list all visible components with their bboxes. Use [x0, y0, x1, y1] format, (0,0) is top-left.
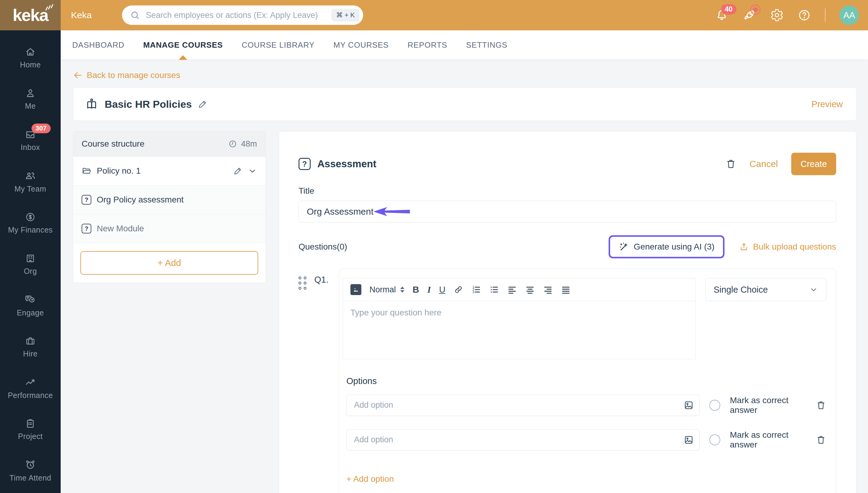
- bullet-list-icon: [489, 285, 499, 295]
- edit-course-title-button[interactable]: [198, 99, 207, 109]
- add-option-button[interactable]: + Add option: [343, 474, 394, 484]
- user-avatar[interactable]: AA: [840, 5, 859, 25]
- question-type-dropdown[interactable]: Single Choice: [705, 278, 826, 301]
- option-image-button[interactable]: [683, 434, 694, 445]
- back-link[interactable]: Back to manage courses: [73, 70, 180, 80]
- align-center-button[interactable]: [525, 285, 535, 295]
- question-text-area[interactable]: Type your question here: [343, 301, 696, 359]
- bulk-upload-button[interactable]: Bulk upload questions: [739, 242, 836, 252]
- underline-button[interactable]: U: [439, 285, 445, 295]
- logo-spark-icon: [45, 3, 54, 11]
- tab-reports[interactable]: REPORTS: [407, 30, 447, 60]
- sidebar-item-home[interactable]: Home: [0, 37, 61, 78]
- link-button[interactable]: [453, 285, 463, 295]
- tab-dashboard[interactable]: DASHBOARD: [72, 30, 125, 60]
- italic-button[interactable]: I: [427, 284, 431, 295]
- question-editor: Normal B I U 123: [343, 278, 696, 359]
- option-input[interactable]: [347, 429, 699, 450]
- collapse-module-button[interactable]: [248, 166, 257, 175]
- title-field-label: Title: [298, 186, 836, 196]
- create-button[interactable]: Create: [791, 153, 836, 175]
- sidebar-item-inbox[interactable]: 307 Inbox: [0, 120, 61, 161]
- justify-button[interactable]: [561, 285, 571, 295]
- trend-icon: [25, 377, 36, 388]
- notifications-button[interactable]: 40: [715, 8, 729, 22]
- sidebar-item-my-team[interactable]: My Team: [0, 161, 61, 202]
- structure-item-policy[interactable]: Policy no. 1: [73, 156, 265, 185]
- image-icon: [683, 400, 694, 411]
- avatar-initials: AA: [843, 10, 855, 20]
- course-duration: 48m: [228, 140, 257, 149]
- global-search[interactable]: ⌘ + K: [122, 5, 363, 25]
- structure-item-new-module[interactable]: ? New Module: [73, 214, 265, 243]
- chat-heart-icon: [25, 294, 36, 305]
- delete-option-button[interactable]: [816, 400, 826, 410]
- pencil-icon: [233, 166, 242, 175]
- person-icon: [25, 88, 36, 99]
- app-name: Keka: [71, 10, 92, 20]
- sidebar-item-performance[interactable]: Performance: [0, 367, 61, 409]
- preview-link[interactable]: Preview: [811, 99, 843, 109]
- search-icon: [130, 10, 140, 20]
- gear-icon: [770, 8, 784, 22]
- folder-icon: [82, 166, 91, 176]
- editor-toolbar: Normal B I U 123: [343, 278, 696, 301]
- sidebar-item-my-finances[interactable]: My Finances: [0, 202, 61, 243]
- edit-module-button[interactable]: [233, 166, 242, 175]
- keka-logo[interactable]: keka: [0, 0, 61, 30]
- chevron-down-icon: [248, 166, 257, 175]
- option-image-button[interactable]: [683, 400, 694, 411]
- structure-item-org-policy-assessment[interactable]: ? Org Policy assessment: [73, 185, 265, 214]
- trash-icon: [726, 158, 736, 169]
- help-button[interactable]: [798, 8, 811, 22]
- assessment-icon: ?: [298, 158, 311, 170]
- generate-ai-button[interactable]: Generate using AI (3): [608, 235, 725, 258]
- ordered-list-icon: 123: [471, 285, 481, 295]
- annotation-arrow: [373, 207, 410, 217]
- search-shortcut-badge: ⌘ + K: [331, 9, 360, 22]
- page-title: Basic HR Policies: [105, 98, 192, 110]
- dollar-icon: [25, 212, 36, 222]
- sidebar-item-project[interactable]: Project: [0, 409, 61, 450]
- tab-course-library[interactable]: COURSE LIBRARY: [242, 30, 314, 60]
- option-row: Mark as correct answer: [343, 395, 826, 416]
- sidebar: Home Me 307 Inbox My Team My Finances: [0, 30, 61, 493]
- align-right-button[interactable]: [543, 285, 553, 295]
- question-card: Normal B I U 123: [339, 269, 836, 493]
- settings-button[interactable]: [770, 8, 784, 22]
- align-left-button[interactable]: [507, 285, 517, 295]
- sidebar-item-engage[interactable]: Engage: [0, 285, 61, 326]
- tab-manage-courses[interactable]: MANAGE COURSES: [143, 30, 223, 60]
- bullet-list-button[interactable]: [489, 285, 499, 295]
- insert-image-button[interactable]: [351, 284, 361, 295]
- ordered-list-button[interactable]: 123: [471, 285, 481, 295]
- sidebar-item-org[interactable]: Org: [0, 243, 61, 285]
- search-input[interactable]: [146, 10, 331, 20]
- building-icon: [25, 253, 36, 264]
- paragraph-style-dropdown[interactable]: Normal: [370, 285, 404, 295]
- delete-assessment-button[interactable]: [726, 158, 736, 169]
- sidebar-item-time-attend[interactable]: Time Attend: [0, 450, 61, 491]
- module-tabs: DASHBOARD MANAGE COURSES COURSE LIBRARY …: [61, 30, 868, 60]
- course-structure-header: Course structure 48m: [73, 131, 265, 156]
- sidebar-item-me[interactable]: Me: [0, 78, 61, 120]
- option-row: Mark as correct answer: [343, 429, 826, 450]
- sidebar-item-hire[interactable]: Hire: [0, 326, 61, 367]
- structure-footer: + Add: [73, 243, 265, 283]
- bold-button[interactable]: B: [413, 284, 419, 295]
- assessment-panel: ? Assessment Cancel Create Title: [279, 131, 856, 493]
- tab-settings[interactable]: SETTINGS: [466, 30, 507, 60]
- top-bar-divider: [825, 8, 825, 22]
- tab-my-courses[interactable]: MY COURSES: [333, 30, 388, 60]
- cancel-button[interactable]: Cancel: [750, 159, 778, 169]
- inbox-count-badge: 307: [31, 124, 51, 133]
- add-module-button[interactable]: + Add: [81, 251, 258, 275]
- correct-answer-radio[interactable]: [709, 400, 720, 411]
- correct-answer-radio[interactable]: [709, 434, 720, 445]
- delete-option-button[interactable]: [816, 435, 826, 445]
- briefcase-icon: [25, 336, 36, 346]
- align-center-icon: [525, 285, 535, 295]
- drag-handle[interactable]: [298, 277, 307, 493]
- option-input[interactable]: [347, 395, 699, 416]
- whats-new-button[interactable]: [742, 8, 756, 22]
